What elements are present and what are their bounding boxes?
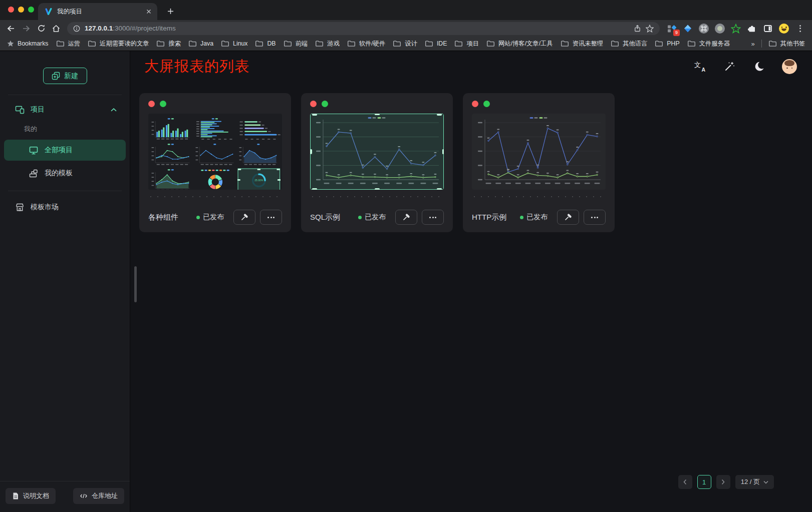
bookmark-folder[interactable]: DB: [255, 40, 276, 47]
other-bookmarks[interactable]: 其他书签: [768, 40, 805, 48]
content-scrollbar[interactable]: [134, 266, 137, 302]
more-actions-button[interactable]: [584, 210, 606, 225]
extension-emoji-icon[interactable]: [778, 23, 790, 35]
mini-chart-bar: [150, 116, 193, 142]
browser-toolbar: 127.0.0.1:3000/#/project/items 9: [0, 20, 812, 37]
mini-chart-line: [150, 142, 193, 167]
bookmark-folder[interactable]: 游戏: [315, 40, 340, 48]
minimize-window-button[interactable]: [18, 7, 24, 13]
bookmarks-overflow-button[interactable]: »: [751, 40, 755, 48]
edit-project-button[interactable]: [557, 210, 579, 225]
app-root: 新建 项目 我的 全部项目 我的模板 模板市场: [0, 51, 812, 512]
bookmark-folder[interactable]: PHP: [655, 40, 679, 47]
back-button[interactable]: [4, 22, 18, 36]
close-window-button[interactable]: [8, 7, 14, 13]
new-project-label: 新建: [64, 72, 78, 81]
share-icon[interactable]: [634, 25, 641, 33]
magic-wand-icon[interactable]: [723, 60, 736, 73]
forward-button[interactable]: [19, 22, 33, 36]
browser-tab[interactable]: 我的项目: [38, 3, 157, 20]
project-card[interactable]: 25.00% 各种组件 已发布: [139, 93, 291, 232]
status-label: 已发布: [203, 213, 224, 222]
mini-chart-hbar-multi: [237, 116, 281, 142]
page-title: 大屏报表的列表: [144, 57, 249, 77]
more-actions-button[interactable]: [422, 210, 444, 225]
ellipsis-icon: [267, 217, 275, 218]
previous-page-button[interactable]: [678, 475, 692, 489]
main-content: 大屏报表的列表 文A 25.00%: [130, 51, 812, 512]
extension-puzzle-icon[interactable]: [746, 23, 758, 35]
bookmark-folder[interactable]: Java: [188, 40, 213, 47]
page-size-select[interactable]: 12 / 页: [735, 475, 774, 489]
new-tab-button[interactable]: [163, 4, 177, 18]
bookmark-folder[interactable]: 其他语言: [611, 40, 647, 48]
url-bar[interactable]: 127.0.0.1:3000/#/project/items: [67, 22, 660, 35]
status-dot: [196, 216, 200, 219]
bookmark-star-icon[interactable]: [646, 25, 654, 33]
bookmark-folder[interactable]: 软件/硬件: [347, 40, 386, 48]
bookmark-folder[interactable]: 网站/博客/文章/工具: [486, 40, 553, 48]
language-toggle-icon[interactable]: 文A: [693, 60, 706, 73]
sidebar-item-my-templates[interactable]: 我的模板: [4, 163, 126, 184]
bookmark-folder[interactable]: Linux: [221, 40, 247, 47]
bookmark-folder[interactable]: 项目: [454, 40, 479, 48]
home-button[interactable]: [49, 22, 63, 36]
extensions-row: 9: [664, 23, 808, 35]
extension-side-panel-icon[interactable]: [762, 23, 774, 35]
bookmark-folder[interactable]: 资讯未整理: [561, 40, 603, 48]
folder-icon: [255, 40, 263, 47]
mini-chart-grid: 25.00%: [148, 114, 282, 190]
browser-window: 我的项目 127.0.0.1:3000/#/project/items: [0, 0, 812, 512]
project-card[interactable]: SQL示例 已发布: [301, 93, 453, 232]
dark-mode-moon-icon[interactable]: [752, 60, 765, 73]
dotted-divider: [474, 196, 604, 197]
chrome-menu-icon[interactable]: [794, 25, 806, 32]
edit-project-button[interactable]: [233, 210, 255, 225]
folder-icon: [221, 40, 229, 47]
tab-close-icon[interactable]: [144, 7, 153, 16]
page-info-icon[interactable]: [73, 25, 80, 32]
bookmark-folder[interactable]: 设计: [393, 40, 417, 48]
user-avatar[interactable]: [782, 59, 797, 74]
extension-gem-icon[interactable]: [682, 23, 694, 35]
more-actions-button[interactable]: [260, 210, 282, 225]
project-card-list: 25.00% 各种组件 已发布: [130, 82, 812, 232]
edit-project-button[interactable]: [395, 210, 417, 225]
sidebar-group-project[interactable]: 项目: [0, 100, 130, 120]
extension-command-icon[interactable]: [698, 23, 710, 35]
project-card[interactable]: HTTP示例 已发布: [463, 93, 615, 232]
bookmark-folder[interactable]: 前端: [284, 40, 308, 48]
bookmarks-root[interactable]: Bookmarks: [7, 40, 49, 47]
bookmark-folder[interactable]: IDE: [425, 40, 447, 47]
project-thumbnail: 25.00%: [148, 114, 282, 190]
bookmark-folder[interactable]: 文件服务器: [687, 40, 730, 48]
bookmark-folder-label: 资讯未整理: [573, 40, 603, 48]
bookmark-folder-label: 运营: [68, 40, 81, 48]
reload-button[interactable]: [34, 22, 48, 36]
extension-grid-icon[interactable]: 9: [666, 23, 678, 35]
content-header: 大屏报表的列表 文A: [130, 51, 812, 82]
sidebar-item-all-projects[interactable]: 全部项目: [4, 140, 126, 161]
zoom-window-button[interactable]: [28, 7, 34, 13]
status-dot: [520, 216, 523, 219]
chevron-up-icon[interactable]: [111, 108, 117, 112]
docs-button[interactable]: 说明文档: [6, 488, 56, 504]
bookmarks-bar-right: » 其他书签: [746, 40, 805, 48]
mini-chart-gauge: 25.00%: [237, 167, 281, 190]
extension-star-icon[interactable]: [730, 23, 742, 35]
sidebar-item-template-market[interactable]: 模板市场: [0, 196, 130, 218]
bookmark-folder-label: 设计: [405, 40, 417, 48]
bookmarks-bar: Bookmarks 运营 近期需要读的文章 搜索 Java Linux DB 前…: [0, 37, 812, 51]
bookmark-folder[interactable]: 运营: [56, 40, 81, 48]
repo-button[interactable]: 仓库地址: [73, 488, 124, 504]
next-page-button[interactable]: [716, 475, 730, 489]
folder-icon: [315, 40, 324, 47]
new-project-button[interactable]: 新建: [43, 68, 87, 84]
bookmark-folder[interactable]: 搜索: [156, 40, 181, 48]
bookmark-folder[interactable]: 近期需要读的文章: [88, 40, 149, 48]
folder-icon: [611, 40, 619, 47]
extension-record-icon[interactable]: [714, 23, 726, 35]
mini-chart-hbar: [194, 116, 237, 142]
page-number-button[interactable]: 1: [697, 475, 711, 489]
copy-plus-icon: [52, 72, 60, 80]
